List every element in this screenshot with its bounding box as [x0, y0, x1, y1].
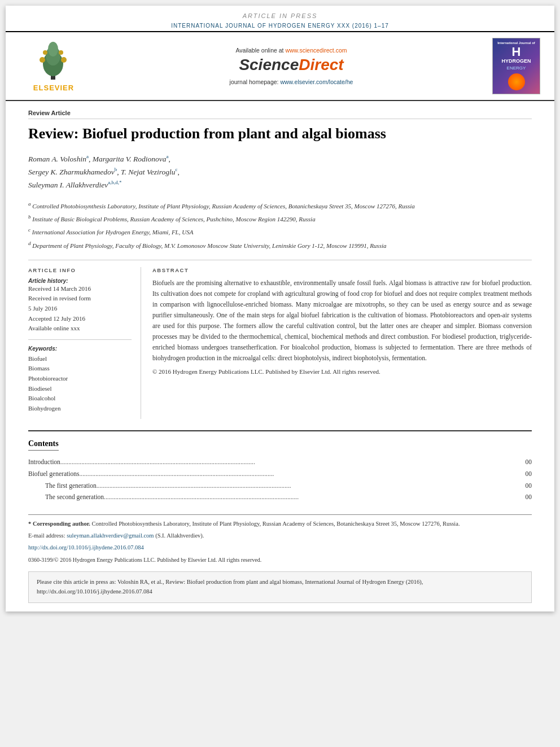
toc-dots: ........................................… — [104, 491, 523, 503]
svg-point-4 — [40, 57, 45, 63]
author-voloshin: Roman A. Voloshin — [28, 154, 86, 163]
email-suffix: (S.I. Allakhverdiev). — [155, 532, 204, 539]
journal-center: Available online at www.sciencedirect.co… — [90, 47, 492, 85]
cover-box: International Journal of H HYDROGEN ENER… — [492, 38, 540, 94]
toc-page: 00 — [526, 468, 532, 480]
sciencedirect-url[interactable]: www.sciencedirect.com — [285, 47, 347, 54]
toc-label: Biofuel generations — [28, 468, 79, 480]
available-online-text: Available online at www.sciencedirect.co… — [96, 47, 487, 54]
toc-list: Introduction ...........................… — [28, 456, 532, 503]
toc-dots: ........................................… — [79, 468, 523, 480]
aip-banner: ARTICLE IN PRESS — [6, 6, 554, 21]
cover-energy: ENERGY — [507, 65, 526, 71]
cover-circle-icon — [508, 73, 525, 90]
svg-point-5 — [61, 57, 67, 63]
divider — [28, 339, 132, 340]
abstract-col: ABSTRACT Biofuels are the promising alte… — [152, 267, 532, 420]
keyword-item: Photobioreactor — [28, 374, 132, 384]
keyword-item: Biodiesel — [28, 384, 132, 394]
author-zharmukhamedov: Sergey K. Zharmukhamedov — [28, 167, 115, 176]
contents-section: Contents Introduction ..................… — [28, 430, 532, 503]
svg-point-6 — [43, 50, 47, 55]
history-section: Article history: Received 14 March 2016 … — [28, 278, 132, 334]
author-veziroglu: T. Nejat Veziroglu — [121, 167, 175, 176]
toc-item: The first generation ...................… — [28, 480, 532, 492]
email-line: E-mail address: suleyman.allakhverdiev@g… — [28, 531, 532, 541]
author-allakhverdiev: Suleyman I. Allakhverdiev — [28, 181, 108, 189]
contents-title: Contents — [28, 439, 59, 451]
received-revised-label: Received in revised form — [28, 294, 132, 304]
doi-link[interactable]: http://dx.doi.org/10.1016/j.ijhydene.201… — [28, 544, 144, 551]
corresponding-text: Controlled Photobiosynthesis Laboratory,… — [92, 521, 460, 527]
toc-dots: ........................................… — [97, 480, 523, 492]
two-col-section: ARTICLE INFO Article history: Received 1… — [28, 260, 532, 420]
issn-line: 0360-3199/© 2016 Hydrogen Energy Publica… — [28, 556, 532, 565]
copyright-line: © 2016 Hydrogen Energy Publications LLC.… — [152, 368, 532, 375]
toc-dots: ........................................… — [60, 456, 523, 468]
footnotes-area: * Corresponding author. Controlled Photo… — [28, 514, 532, 565]
sciencedirect-logo: ScienceDirect — [96, 56, 487, 74]
received-date: Received 14 March 2016 — [28, 284, 132, 294]
toc-page: 00 — [526, 480, 532, 492]
available-online: Available online xxx — [28, 324, 132, 334]
toc-label: The first generation — [45, 480, 97, 492]
sup-abds: a,b,d,* — [108, 180, 121, 185]
elsevier-label: ELSEVIER — [33, 84, 74, 92]
cover-hydrogen: HYDROGEN — [501, 58, 531, 64]
corresponding-line: * Corresponding author. Controlled Photo… — [28, 519, 532, 529]
elsevier-tree-icon — [28, 40, 79, 82]
received-revised-date: 5 July 2016 — [28, 304, 132, 314]
toc-page: 00 — [526, 491, 532, 503]
keyword-item: Bioalcohol — [28, 394, 132, 404]
article-type-label: Review Article — [28, 110, 532, 119]
toc-item: Biofuel generations ....................… — [28, 468, 532, 480]
article-title: Review: Biofuel production from plant an… — [28, 125, 532, 143]
citation-box: Please cite this article in press as: Vo… — [28, 571, 532, 603]
svg-point-7 — [59, 50, 63, 55]
elsevier-logo: ELSEVIER — [17, 40, 90, 92]
journal-header: INTERNATIONAL JOURNAL OF HYDROGEN ENERGY… — [6, 21, 554, 32]
affil-b: b Institute of Basic Biological Problems… — [28, 213, 532, 224]
toc-label: The second generation — [45, 491, 104, 503]
corresponding-label: Corresponding author. — [33, 521, 92, 527]
keywords-label: Keywords: — [28, 346, 132, 352]
email-link[interactable]: suleyman.allakhverdiev@gmail.com — [67, 532, 154, 539]
homepage-line: journal homepage: www.elsevier.com/locat… — [96, 78, 487, 85]
affiliations-block: a Controlled Photobiosynthesis Laborator… — [28, 200, 532, 251]
keywords-section: Keywords: BiofuelBiomassPhotobioreactorB… — [28, 346, 132, 414]
logo-area: ELSEVIER Available online at www.science… — [6, 32, 554, 101]
cover-h-letter: H — [512, 46, 521, 58]
history-label: Article history: — [28, 278, 132, 284]
toc-page: 00 — [526, 456, 532, 468]
affil-a: a Controlled Photobiosynthesis Laborator… — [28, 200, 532, 211]
corresponding-star: * — [28, 521, 31, 527]
abstract-header: ABSTRACT — [152, 267, 532, 273]
article-info-col: ARTICLE INFO Article history: Received 1… — [28, 267, 141, 420]
authors-block: Roman A. Voloshina, Margarita V. Rodiono… — [28, 152, 532, 192]
author-rodionova: Margarita V. Rodionova — [93, 154, 167, 163]
abstract-text: Biofuels are the promising alternative t… — [152, 278, 532, 364]
main-content: Review Article Review: Biofuel productio… — [6, 101, 554, 611]
page: ARTICLE IN PRESS INTERNATIONAL JOURNAL O… — [6, 6, 554, 611]
toc-item: Introduction ...........................… — [28, 456, 532, 468]
keyword-item: Biofuel — [28, 354, 132, 364]
toc-label: Introduction — [28, 456, 60, 468]
affil-c: c International Association for Hydrogen… — [28, 226, 532, 237]
keyword-item: Biomass — [28, 364, 132, 374]
journal-cover: International Journal of H HYDROGEN ENER… — [492, 38, 543, 94]
article-info-header: ARTICLE INFO — [28, 267, 132, 273]
homepage-link[interactable]: www.elsevier.com/locate/he — [280, 78, 353, 85]
citation-text: Please cite this article in press as: Vo… — [37, 579, 423, 595]
svg-point-3 — [48, 42, 58, 56]
keywords-list: BiofuelBiomassPhotobioreactorBiodieselBi… — [28, 354, 132, 414]
accepted-date: Accepted 12 July 2016 — [28, 314, 132, 324]
keyword-item: Biohydrogen — [28, 404, 132, 414]
doi-line: http://dx.doi.org/10.1016/j.ijhydene.201… — [28, 543, 532, 553]
aip-text: ARTICLE IN PRESS — [243, 12, 318, 19]
toc-item: The second generation ..................… — [28, 491, 532, 503]
affil-d: d Department of Plant Physiology, Facult… — [28, 239, 532, 251]
